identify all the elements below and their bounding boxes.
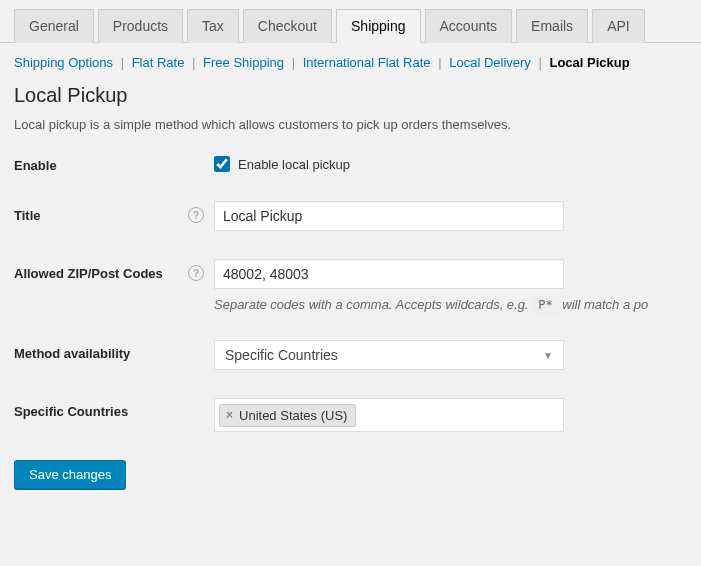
availability-value: Specific Countries (225, 347, 338, 363)
tab-api[interactable]: API (592, 9, 645, 43)
enable-checkbox[interactable] (214, 156, 230, 172)
title-input[interactable] (214, 201, 564, 231)
help-icon[interactable]: ? (188, 207, 204, 223)
subnav-flat-rate[interactable]: Flat Rate (132, 55, 185, 70)
tab-tax[interactable]: Tax (187, 9, 239, 43)
enable-checkbox-wrap[interactable]: Enable local pickup (214, 152, 687, 172)
availability-select[interactable]: Specific Countries ▼ (214, 340, 564, 370)
close-icon[interactable]: × (226, 408, 233, 422)
tab-general[interactable]: General (14, 9, 94, 43)
separator: | (438, 55, 441, 70)
zip-label: Allowed ZIP/Post Codes (14, 266, 163, 281)
tab-shipping[interactable]: Shipping (336, 9, 421, 43)
country-tag: × United States (US) (219, 404, 356, 427)
zip-input[interactable] (214, 259, 564, 289)
separator: | (121, 55, 124, 70)
country-tag-label: United States (US) (239, 408, 347, 423)
tab-products[interactable]: Products (98, 9, 183, 43)
enable-label: Enable (14, 158, 57, 173)
sub-navigation: Shipping Options | Flat Rate | Free Ship… (0, 43, 701, 78)
countries-label: Specific Countries (14, 404, 128, 419)
separator: | (292, 55, 295, 70)
wildcard-code: P* (532, 296, 558, 314)
enable-checkbox-label: Enable local pickup (238, 157, 350, 172)
tab-accounts[interactable]: Accounts (425, 9, 513, 43)
subnav-local-pickup[interactable]: Local Pickup (549, 55, 629, 70)
countries-multiselect[interactable]: × United States (US) (214, 398, 564, 432)
zip-help-text: Separate codes with a comma. Accepts wil… (214, 297, 687, 312)
help-icon[interactable]: ? (188, 265, 204, 281)
tab-checkout[interactable]: Checkout (243, 9, 332, 43)
save-button[interactable]: Save changes (14, 460, 126, 489)
page-description: Local pickup is a simple method which al… (14, 117, 687, 132)
page-heading: Local Pickup (14, 84, 687, 107)
chevron-down-icon: ▼ (543, 350, 553, 361)
tab-emails[interactable]: Emails (516, 9, 588, 43)
subnav-free-shipping[interactable]: Free Shipping (203, 55, 284, 70)
subnav-international-flat-rate[interactable]: International Flat Rate (303, 55, 431, 70)
subnav-local-delivery[interactable]: Local Delivery (449, 55, 531, 70)
separator: | (192, 55, 195, 70)
main-tabs: General Products Tax Checkout Shipping A… (0, 0, 701, 43)
availability-label: Method availability (14, 346, 130, 361)
title-label: Title (14, 208, 41, 223)
separator: | (538, 55, 541, 70)
subnav-shipping-options[interactable]: Shipping Options (14, 55, 113, 70)
